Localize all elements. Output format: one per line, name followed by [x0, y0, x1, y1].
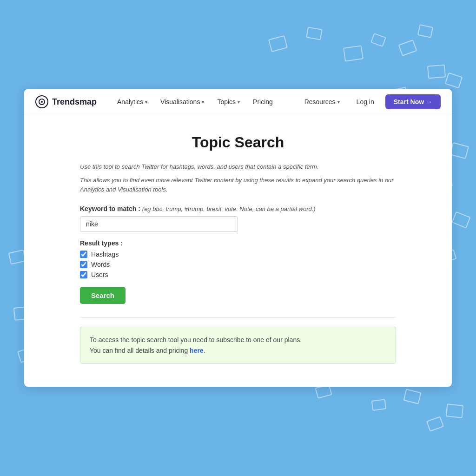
nav-links: Analytics ▾ Visualisations ▾ Topics ▾ Pr… — [112, 94, 299, 109]
search-button[interactable]: Search — [80, 287, 126, 304]
main-card: Trendsmap Analytics ▾ Visualisations ▾ T… — [24, 89, 452, 387]
logo-text: Trendsmap — [52, 97, 97, 107]
main-content: Topic Search Use this tool to search Twi… — [24, 115, 452, 387]
chevron-down-icon: ▾ — [238, 99, 240, 105]
checkbox-words[interactable]: Words — [80, 261, 396, 268]
checkbox-users[interactable]: Users — [80, 271, 396, 278]
outer-container: Trendsmap Analytics ▾ Visualisations ▾ T… — [0, 75, 476, 401]
checkboxes: Hashtags Words Users — [80, 251, 396, 278]
notice-text-3: . — [204, 347, 205, 354]
notice-text-2: You can find all details and pricing — [90, 347, 190, 354]
notice-text-1: To access the topic search tool you need… — [90, 336, 302, 344]
nav-topics[interactable]: Topics ▾ — [212, 94, 245, 109]
keyword-hint: (eg bbc, trump, #trump, brexit, vote. No… — [142, 205, 316, 212]
svg-point-2 — [41, 101, 43, 103]
page-title: Topic Search — [80, 134, 396, 151]
chevron-down-icon: ▾ — [202, 99, 204, 105]
words-checkbox[interactable] — [80, 261, 87, 268]
keyword-input[interactable] — [80, 216, 238, 232]
notice-link[interactable]: here — [190, 347, 204, 354]
start-now-button[interactable]: Start Now → — [385, 94, 441, 109]
logo-icon — [35, 95, 48, 108]
nav-visualisations[interactable]: Visualisations ▾ — [155, 94, 210, 109]
nav-pricing[interactable]: Pricing — [247, 94, 278, 109]
hashtags-checkbox[interactable] — [80, 251, 87, 258]
divider — [80, 317, 396, 317]
navbar: Trendsmap Analytics ▾ Visualisations ▾ T… — [24, 89, 452, 115]
checkbox-hashtags[interactable]: Hashtags — [80, 251, 396, 258]
description-2: This allows you to find even more releva… — [80, 176, 396, 194]
notice-box: To access the topic search tool you need… — [80, 327, 396, 364]
logo[interactable]: Trendsmap — [35, 95, 97, 108]
description-1: Use this tool to search Twitter for hash… — [80, 162, 396, 172]
result-types-label: Result types : — [80, 239, 396, 247]
nav-right: Resources ▾ Log in Start Now → — [299, 94, 441, 109]
chevron-down-icon: ▾ — [337, 99, 340, 105]
nav-analytics[interactable]: Analytics ▾ — [112, 94, 153, 109]
login-button[interactable]: Log in — [351, 95, 380, 108]
chevron-down-icon: ▾ — [145, 99, 147, 105]
keyword-label: Keyword to match : (eg bbc, trump, #trum… — [80, 205, 396, 212]
nav-resources[interactable]: Resources ▾ — [299, 94, 345, 109]
users-checkbox[interactable] — [80, 271, 87, 278]
